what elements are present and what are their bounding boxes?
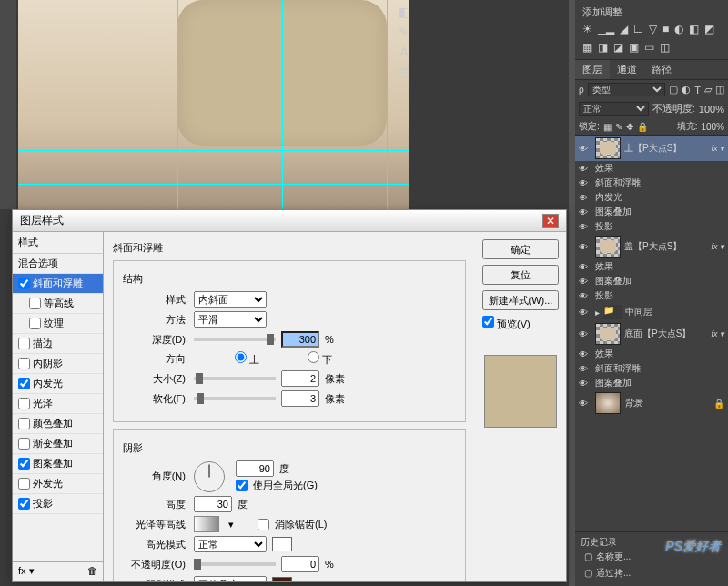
style-item-gradientoverlay[interactable]: 渐变叠加 <box>13 434 103 454</box>
dialog-titlebar[interactable]: 图层样式 ✕ <box>13 210 566 232</box>
layer-thumb[interactable] <box>595 137 621 159</box>
guide-vertical[interactable] <box>282 0 283 209</box>
angle-dial[interactable] <box>194 461 225 492</box>
exposure-icon[interactable]: ☐ <box>633 23 643 35</box>
layer-item[interactable]: 👁底面【P大点S】fx ▾ <box>575 321 728 347</box>
layer-group[interactable]: 👁▸📁中间层 <box>575 303 728 321</box>
layer-item[interactable]: 👁上【P大点S】fx ▾ <box>575 136 728 161</box>
cancel-button[interactable]: 复位 <box>482 265 559 285</box>
style-item-innerglow[interactable]: 内发光 <box>13 374 103 394</box>
lock-position-icon[interactable]: ✥ <box>626 122 633 132</box>
close-button[interactable]: ✕ <box>542 214 559 228</box>
style-select[interactable]: 内斜面 <box>194 291 267 308</box>
highlight-opacity-slider[interactable] <box>194 562 276 566</box>
style-item-stroke[interactable]: 描边 <box>13 334 103 354</box>
visibility-icon[interactable]: 👁 <box>579 144 592 154</box>
fx-badge[interactable]: fx ▾ <box>711 144 724 153</box>
filter-pixel-icon[interactable]: ▢ <box>669 84 678 96</box>
visibility-icon[interactable]: 👁 <box>579 399 592 409</box>
layer-thumb[interactable] <box>595 236 621 258</box>
style-item-satin[interactable]: 光泽 <box>13 394 103 414</box>
ok-button[interactable]: 确定 <box>482 239 559 259</box>
highlight-mode-select[interactable]: 正常 <box>194 536 267 552</box>
visibility-icon[interactable]: 👁 <box>579 329 592 339</box>
mixer-icon[interactable]: ▦ <box>582 41 592 54</box>
blend-options-item[interactable]: 混合选项 <box>13 254 103 274</box>
lock-all-icon[interactable]: 🔒 <box>637 122 648 132</box>
new-style-button[interactable]: 新建样式(W)... <box>482 290 559 310</box>
fx-badge[interactable]: fx ▾ <box>711 242 724 251</box>
style-item-bevel[interactable]: 斜面和浮雕 <box>13 274 103 294</box>
depth-input[interactable] <box>281 331 319 348</box>
levels-icon[interactable]: ▁▂ <box>598 23 614 35</box>
lock-pixels-icon[interactable]: ✎ <box>615 122 622 132</box>
layer-background[interactable]: 👁背景🔒 <box>575 390 728 416</box>
layer-thumb[interactable] <box>595 392 621 414</box>
brightness-icon[interactable]: ☀ <box>582 23 592 35</box>
threshold-icon[interactable]: ▣ <box>629 41 639 54</box>
hue-icon[interactable]: ■ <box>662 23 669 35</box>
invert-icon[interactable]: ◨ <box>598 41 608 54</box>
layer-item[interactable]: 👁盖【P大点S】fx ▾ <box>575 234 728 259</box>
style-item-contour[interactable]: 等高线 <box>13 294 103 314</box>
curves-icon[interactable]: ◢ <box>620 23 628 35</box>
brush-icon[interactable]: ✎ <box>394 24 414 40</box>
style-item-innershadow[interactable]: 内阴影 <box>13 354 103 374</box>
size-slider[interactable] <box>194 377 276 380</box>
filter-adj-icon[interactable]: ◐ <box>682 84 691 96</box>
vibrance-icon[interactable]: ▽ <box>649 23 657 35</box>
filter-shape-icon[interactable]: ▱ <box>704 84 712 96</box>
gradient-map-icon[interactable]: ▭ <box>644 41 654 54</box>
method-select[interactable]: 平滑 <box>194 311 267 328</box>
highlight-color[interactable] <box>272 537 292 551</box>
styles-header[interactable]: 样式 <box>13 232 103 254</box>
visibility-icon[interactable]: 👁 <box>579 308 592 318</box>
direction-down[interactable] <box>308 351 319 363</box>
color-sampler-icon[interactable]: ◧ <box>394 4 414 20</box>
balance-icon[interactable]: ◐ <box>674 23 683 35</box>
trash-icon[interactable]: 🗑 <box>87 565 97 579</box>
filter-smart-icon[interactable]: ◫ <box>715 84 724 96</box>
soften-input[interactable] <box>281 390 319 407</box>
tab-channels[interactable]: 通道 <box>610 60 644 79</box>
size-input[interactable] <box>281 370 319 387</box>
style-item-dropshadow[interactable]: 投影 <box>13 494 103 514</box>
layer-thumb[interactable] <box>595 323 621 345</box>
shadow-mode-select[interactable]: 正片叠底 <box>194 576 267 581</box>
chevron-right-icon[interactable]: ▸ <box>595 308 600 318</box>
guide-vertical[interactable] <box>177 0 178 209</box>
posterize-icon[interactable]: ◪ <box>613 41 623 54</box>
photo-filter-icon[interactable]: ◩ <box>704 23 714 35</box>
style-item-outerglow[interactable]: 外发光 <box>13 474 103 494</box>
fx-icon[interactable]: fx ▾ <box>18 565 35 579</box>
visibility-icon[interactable]: 👁 <box>579 242 592 252</box>
style-item-patternoverlay[interactable]: 图案叠加 <box>13 454 103 474</box>
soften-slider[interactable] <box>194 397 276 400</box>
selective-color-icon[interactable]: ◫ <box>660 41 670 54</box>
global-light-check[interactable] <box>236 480 248 491</box>
filter-type-icon[interactable]: T <box>694 85 701 96</box>
angle-input[interactable] <box>236 460 274 477</box>
depth-slider[interactable] <box>194 338 276 341</box>
style-item-texture[interactable]: 纹理 <box>13 314 103 334</box>
fx-badge[interactable]: fx ▾ <box>711 329 724 338</box>
guide-horizontal[interactable] <box>18 184 410 185</box>
blend-mode-select[interactable]: 正常 <box>579 102 649 116</box>
tab-paths[interactable]: 路径 <box>644 60 679 79</box>
altitude-input[interactable] <box>194 496 232 512</box>
gloss-contour-picker[interactable] <box>194 516 219 532</box>
direction-up[interactable] <box>235 351 247 363</box>
tab-layers[interactable]: 图层 <box>575 60 610 79</box>
type-icon[interactable]: A <box>394 44 414 60</box>
lock-trans-icon[interactable]: ▦ <box>603 122 612 132</box>
style-item-coloroverlay[interactable]: 颜色叠加 <box>13 414 103 434</box>
antialias-check[interactable] <box>258 519 269 530</box>
kind-filter[interactable]: 类型 <box>588 83 666 96</box>
bw-icon[interactable]: ◧ <box>689 23 699 35</box>
history-item[interactable]: ▢通过拷... <box>581 565 723 581</box>
shadow-color[interactable] <box>272 577 292 581</box>
guide-horizontal[interactable] <box>18 150 410 151</box>
highlight-opacity-input[interactable] <box>281 556 319 572</box>
document-canvas[interactable] <box>18 0 410 209</box>
ruler-icon[interactable]: ⊟ <box>394 64 414 80</box>
